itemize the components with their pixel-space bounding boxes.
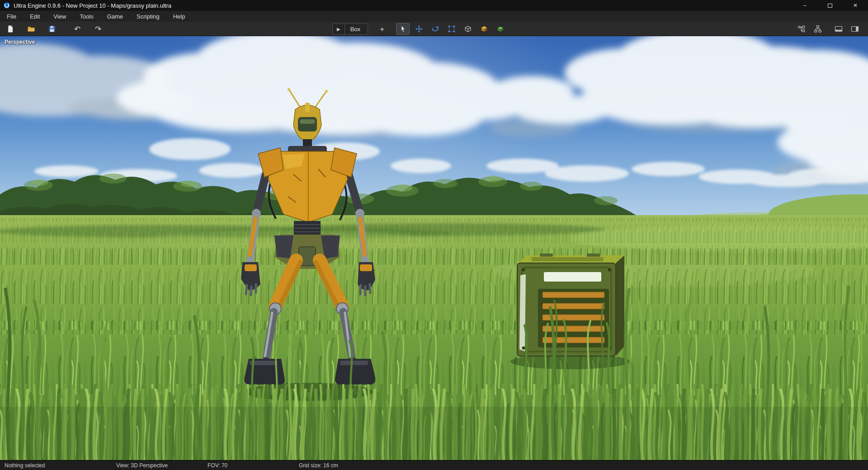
save-button[interactable]: [45, 23, 59, 35]
select-tool-button[interactable]: [396, 23, 410, 35]
window-title: Ultra Engine 0.9.6 - New Project 10 - Ma…: [14, 2, 171, 9]
status-grid-size: Grid size: 16 cm: [299, 461, 338, 470]
undo-button[interactable]: ↶: [71, 23, 84, 35]
wireframe-cube-icon: [464, 25, 472, 33]
viewport-3d[interactable]: Perspective: [0, 36, 868, 460]
menu-help[interactable]: Help: [166, 11, 192, 22]
primitive-label: Box: [345, 26, 368, 33]
new-file-icon: [6, 25, 14, 33]
add-icon: +: [380, 25, 384, 33]
toolbar-create-group: ▶ Box +: [332, 22, 507, 36]
menu-game[interactable]: Game: [100, 11, 130, 22]
maximize-icon: [828, 4, 832, 8]
hierarchy-icon: [814, 25, 822, 33]
toolbar-file-group: ↶ ↷: [4, 22, 105, 36]
play-icon[interactable]: ▶: [333, 24, 345, 34]
textured-cube-icon: [480, 25, 488, 33]
menu-edit[interactable]: Edit: [23, 11, 47, 22]
textured-cube-tool-button[interactable]: [477, 23, 491, 35]
add-object-button[interactable]: +: [375, 23, 389, 35]
menu-view[interactable]: View: [47, 11, 73, 22]
statusbar: Nothing selected View: 3D Perspective FO…: [0, 460, 868, 470]
maximize-button[interactable]: [817, 0, 843, 11]
window-controls: – ✕: [792, 0, 868, 11]
app-window: Ultra Engine 0.9.6 - New Project 10 - Ma…: [0, 0, 868, 470]
minimize-button[interactable]: –: [792, 0, 817, 11]
flowgraph-icon: [797, 25, 806, 33]
titlebar: Ultra Engine 0.9.6 - New Project 10 - Ma…: [0, 0, 868, 11]
primitive-dropdown[interactable]: ▶ Box: [332, 24, 368, 35]
move-tool-icon: [415, 25, 423, 33]
menubar: File Edit View Tools Game Scripting Help: [0, 11, 868, 22]
scene-render: [0, 36, 868, 460]
flowgraph-toggle-button[interactable]: [795, 23, 808, 35]
open-folder-icon: [27, 25, 35, 33]
status-view: View: 3D Perspective: [116, 461, 168, 470]
wireframe-cube-tool-button[interactable]: [461, 23, 475, 35]
rotate-tool-icon: [431, 25, 439, 33]
move-tool-button[interactable]: [412, 23, 426, 35]
open-project-button[interactable]: [24, 23, 38, 35]
toolbar-view-toggles: [795, 22, 862, 36]
app-logo-icon: [3, 2, 10, 9]
side-panel-icon: [851, 25, 859, 33]
status-selection: Nothing selected: [5, 461, 45, 470]
save-icon: [48, 25, 56, 33]
redo-icon: ↷: [95, 25, 101, 33]
close-button[interactable]: ✕: [843, 0, 868, 11]
menu-tools[interactable]: Tools: [73, 11, 100, 22]
toolbar: ↶ ↷ ▶ Box +: [0, 22, 868, 36]
rotate-tool-button[interactable]: [429, 23, 442, 35]
side-panel-toggle-button[interactable]: [848, 23, 862, 35]
status-fov: FOV: 70: [208, 461, 227, 470]
scale-tool-icon: [448, 25, 456, 33]
menu-scripting[interactable]: Scripting: [130, 11, 166, 22]
select-tool-icon: [399, 25, 407, 33]
hierarchy-toggle-button[interactable]: [811, 23, 825, 35]
viewport-camera-label: Perspective: [5, 39, 35, 45]
scale-tool-button[interactable]: [445, 23, 458, 35]
vegetation-icon: [496, 25, 505, 33]
new-file-button[interactable]: [4, 23, 17, 35]
console-panel-icon: [835, 25, 843, 33]
undo-icon: ↶: [74, 25, 80, 33]
redo-button[interactable]: ↷: [91, 23, 105, 35]
menu-file[interactable]: File: [0, 11, 23, 22]
vegetation-tool-button[interactable]: [494, 23, 507, 35]
supply-crate[interactable]: [510, 254, 630, 369]
console-panel-toggle-button[interactable]: [832, 23, 845, 35]
